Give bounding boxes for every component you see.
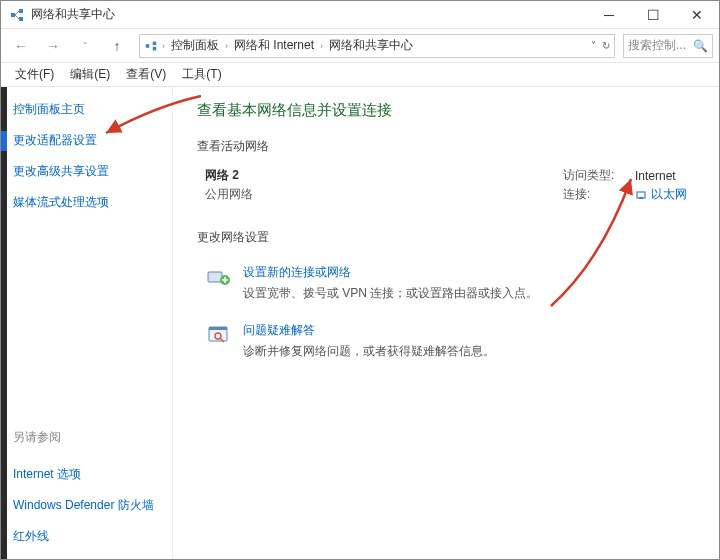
chevron-right-icon: › (158, 41, 169, 51)
search-input[interactable]: 搜索控制... 🔍 (623, 34, 713, 58)
network-name: 网络 2 (205, 167, 253, 184)
sidebar-home[interactable]: 控制面板主页 (13, 101, 160, 118)
sidebar-defender-firewall[interactable]: Windows Defender 防火墙 (13, 497, 160, 514)
svg-line-4 (15, 15, 19, 19)
refresh-icon[interactable]: ↻ (602, 40, 610, 51)
setup-connection-desc: 设置宽带、拨号或 VPN 连接；或设置路由器或接入点。 (243, 285, 538, 302)
up-button[interactable]: ↑ (103, 34, 131, 58)
titlebar: 网络和共享中心 ─ ☐ ✕ (1, 1, 719, 29)
svg-rect-2 (19, 17, 23, 21)
breadcrumb-control-panel[interactable]: 控制面板 (169, 37, 221, 54)
troubleshoot-icon (205, 322, 233, 350)
svg-line-3 (15, 11, 19, 15)
sidebar-media-streaming[interactable]: 媒体流式处理选项 (13, 194, 160, 211)
connection-value: 以太网 (651, 186, 687, 203)
address-bar[interactable]: › 控制面板 › 网络和 Internet › 网络和共享中心 ˅ ↻ (139, 34, 615, 58)
left-decorative-strip (1, 87, 7, 559)
sidebar-adapter-settings[interactable]: 更改适配器设置 (13, 132, 160, 149)
setup-connection-icon (205, 264, 233, 292)
search-placeholder: 搜索控制... (628, 37, 686, 54)
troubleshoot-card[interactable]: 问题疑难解答 诊断并修复网络问题，或者获得疑难解答信息。 (197, 316, 695, 374)
troubleshoot-title: 问题疑难解答 (243, 322, 495, 339)
network-type: 公用网络 (205, 186, 253, 203)
connection-link[interactable]: 以太网 (635, 186, 687, 203)
sidebar: 控制面板主页 更改适配器设置 更改高级共享设置 媒体流式处理选项 另请参阅 In… (1, 87, 173, 559)
troubleshoot-desc: 诊断并修复网络问题，或者获得疑难解答信息。 (243, 343, 495, 360)
sidebar-advanced-sharing[interactable]: 更改高级共享设置 (13, 163, 160, 180)
svg-rect-7 (153, 46, 157, 50)
connection-label: 连接: (563, 186, 619, 203)
active-network-row: 网络 2 公用网络 访问类型: Internet 连接: 以太网 (197, 167, 695, 219)
chevron-down-icon[interactable]: ˅ (591, 40, 596, 51)
close-button[interactable]: ✕ (675, 1, 719, 28)
forward-button[interactable]: → (39, 34, 67, 58)
access-type-value: Internet (635, 169, 676, 183)
sidebar-internet-options[interactable]: Internet 选项 (13, 466, 160, 483)
ethernet-icon (635, 189, 647, 201)
back-button[interactable]: ← (7, 34, 35, 58)
access-type-label: 访问类型: (563, 167, 619, 184)
svg-rect-13 (209, 327, 227, 330)
menu-tools[interactable]: 工具(T) (176, 64, 227, 85)
window-icon (9, 7, 25, 23)
svg-rect-0 (11, 13, 15, 17)
sidebar-infrared[interactable]: 红外线 (13, 528, 160, 545)
setup-connection-card[interactable]: 设置新的连接或网络 设置宽带、拨号或 VPN 连接；或设置路由器或接入点。 (197, 258, 695, 316)
menu-file[interactable]: 文件(F) (9, 64, 60, 85)
page-heading: 查看基本网络信息并设置连接 (197, 101, 695, 120)
setup-connection-title: 设置新的连接或网络 (243, 264, 538, 281)
change-settings-heading: 更改网络设置 (197, 229, 695, 246)
menu-view[interactable]: 查看(V) (120, 64, 172, 85)
chevron-right-icon: › (316, 41, 327, 51)
nav-toolbar: ← → ˅ ↑ › 控制面板 › 网络和 Internet › 网络和共享中心 … (1, 29, 719, 63)
menu-bar: 文件(F) 编辑(E) 查看(V) 工具(T) (1, 63, 719, 87)
svg-rect-10 (208, 272, 222, 282)
svg-rect-6 (153, 41, 157, 45)
minimize-button[interactable]: ─ (587, 1, 631, 28)
svg-rect-1 (19, 9, 23, 13)
see-also-heading: 另请参阅 (13, 429, 160, 446)
active-networks-heading: 查看活动网络 (197, 138, 695, 155)
search-icon: 🔍 (693, 39, 708, 53)
maximize-button[interactable]: ☐ (631, 1, 675, 28)
breadcrumb-network-internet[interactable]: 网络和 Internet (232, 37, 316, 54)
menu-edit[interactable]: 编辑(E) (64, 64, 116, 85)
addr-icon (144, 39, 158, 53)
svg-rect-9 (639, 197, 643, 199)
window-title: 网络和共享中心 (31, 6, 587, 23)
chevron-right-icon: › (221, 41, 232, 51)
breadcrumb-sharing-center[interactable]: 网络和共享中心 (327, 37, 415, 54)
recent-dropdown[interactable]: ˅ (71, 34, 99, 58)
svg-rect-5 (146, 44, 150, 48)
main-panel: 查看基本网络信息并设置连接 查看活动网络 网络 2 公用网络 访问类型: Int… (173, 87, 719, 559)
